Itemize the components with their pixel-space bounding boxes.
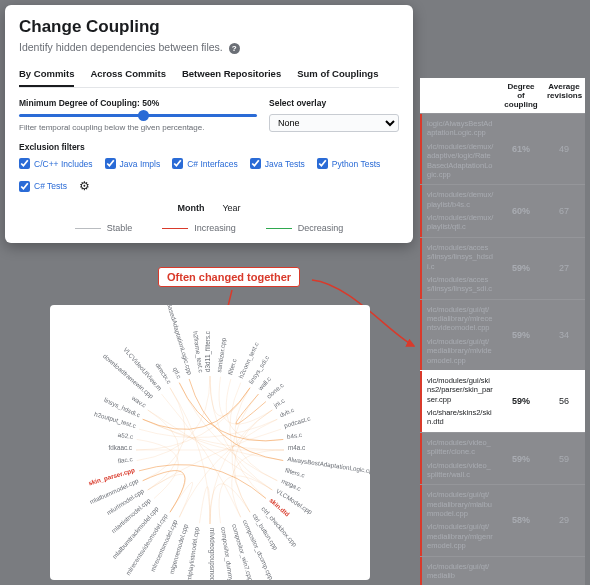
coupling-pct: 59% (499, 238, 543, 299)
avg-rev (543, 557, 585, 586)
filter-python-tests[interactable]: Python Tests (317, 158, 381, 169)
chord-node-label[interactable]: jni.c (272, 397, 287, 410)
overlay-label: Select overlay (269, 98, 399, 108)
chord-node-label[interactable]: b4s.c (286, 431, 302, 440)
chord-node-label[interactable]: a52.c (117, 431, 133, 440)
table-row[interactable]: vlc/modules/gui/skins2/parser/skin_parse… (420, 370, 585, 432)
panel-title: Change Coupling (19, 17, 399, 37)
trend-legend: Stable Increasing Decreasing (19, 223, 399, 233)
chord-node-label[interactable]: filters.c (285, 466, 306, 478)
avg-rev: 49 (543, 114, 585, 184)
table-row[interactable]: vlc/modules/gui/qt/medialib (420, 556, 585, 586)
file-pair: vlc/modules/video_splitter/clone.cvlc/mo… (420, 433, 499, 485)
coupling-pct: 59% (499, 433, 543, 485)
avg-rev: 59 (543, 433, 585, 485)
chord-node-label[interactable]: m4a.c (288, 444, 305, 451)
filter-csharp-interfaces[interactable]: C# Interfaces (172, 158, 238, 169)
file-pair: vlc/modules/gui/qt/medialibrary/mlrecent… (420, 300, 499, 370)
chord-node-label[interactable]: flac.c (117, 455, 133, 464)
chord-node-label[interactable]: mlvideogroupsmodel.cpp (208, 528, 216, 580)
chord-chart[interactable]: d3d11_filters.csanitizer.cppfilter.ch2co… (50, 305, 370, 580)
chord-node-label[interactable]: podcast.c (283, 415, 311, 430)
legend-stable-icon (75, 228, 101, 229)
file-pair: vlc/modules/access/linsys/linsys_hdsdi.c… (420, 238, 499, 299)
coupling-pct: 61% (499, 114, 543, 184)
file-pair: logic/AlwaysBestAdaptationLogic.cppvlc/m… (420, 114, 499, 184)
chord-node-label[interactable]: filter.c (226, 358, 237, 376)
tab-between-repos[interactable]: Between Repositories (182, 68, 281, 87)
help-icon[interactable]: ? (229, 43, 240, 54)
coupling-pct: 59% (499, 371, 543, 432)
avg-rev: 29 (543, 485, 585, 555)
period-year[interactable]: Year (222, 203, 240, 213)
coupling-pct: 58% (499, 485, 543, 555)
gear-icon[interactable]: ⚙ (79, 179, 90, 193)
filter-java-tests[interactable]: Java Tests (250, 158, 305, 169)
tab-across-commits[interactable]: Across Commits (90, 68, 166, 87)
table-row[interactable]: logic/AlwaysBestAdaptationLogic.cppvlc/m… (420, 113, 585, 184)
change-coupling-panel: Change Coupling Identify hidden dependen… (5, 5, 413, 243)
min-degree-slider[interactable] (19, 114, 257, 117)
annotation-label: Often changed together (158, 267, 300, 287)
table-row[interactable]: vlc/modules/video_splitter/clone.cvlc/mo… (420, 432, 585, 485)
min-degree-hint: Filter temporal coupling below the given… (19, 123, 257, 132)
chord-node-label[interactable]: mlplaylistmodel.cpp (185, 526, 201, 580)
tab-sum-couplings[interactable]: Sum of Couplings (297, 68, 378, 87)
avg-rev: 67 (543, 185, 585, 237)
overlay-select[interactable]: None (269, 114, 399, 132)
table-row[interactable]: vlc/modules/gui/qt/medialibrary/mlrecent… (420, 299, 585, 370)
col-revisions[interactable]: Average revisions (543, 78, 585, 113)
table-row[interactable]: vlc/modules/gui/qt/medialibrary/mlalbumm… (420, 484, 585, 555)
min-degree-label: Minimum Degree of Coupling: 50% (19, 98, 257, 108)
table-header: Degree of coupling Average revisions (420, 78, 585, 113)
filter-c-includes[interactable]: C/C++ Includes (19, 158, 93, 169)
chord-node-label[interactable]: fdkaac.c (109, 444, 132, 451)
tab-by-commits[interactable]: By Commits (19, 68, 74, 87)
chord-node-label[interactable]: h2frame_test.c (191, 331, 205, 373)
coupling-pct: 59% (499, 300, 543, 370)
period-toggle: Month Year (19, 203, 399, 213)
coupling-pct (499, 557, 543, 586)
chord-node-label[interactable]: dvb.c (278, 406, 295, 419)
coupling-pct: 60% (499, 185, 543, 237)
coupling-table: Degree of coupling Average revisions log… (420, 78, 585, 585)
chord-node-label[interactable]: sanitizer.cpp (215, 337, 228, 373)
chord-node-label[interactable]: wav.c (130, 394, 148, 409)
avg-rev: 34 (543, 300, 585, 370)
period-month[interactable]: Month (177, 203, 204, 213)
filter-csharp-tests[interactable]: C# Tests (19, 181, 67, 192)
table-row[interactable]: vlc/modules/access/linsys/linsys_hdsdi.c… (420, 237, 585, 299)
slider-thumb-icon[interactable] (138, 110, 149, 121)
filter-java-impls[interactable]: Java Impls (105, 158, 161, 169)
file-pair: vlc/modules/gui/qt/medialib (420, 557, 499, 586)
file-pair: vlc/modules/gui/skins2/parser/skin_parse… (420, 371, 499, 432)
chord-node-label[interactable]: d3d11_filters.c (204, 331, 212, 372)
avg-rev: 27 (543, 238, 585, 299)
file-pair: vlc/modules/gui/qt/medialibrary/mlalbumm… (420, 485, 499, 555)
filters-title: Exclusion filters (19, 142, 399, 152)
table-row[interactable]: vlc/modules/demux/playlist/b4s.cvlc/modu… (420, 184, 585, 237)
file-pair: vlc/modules/demux/playlist/b4s.cvlc/modu… (420, 185, 499, 237)
avg-rev: 56 (543, 371, 585, 432)
panel-subtitle: Identify hidden dependencies between fil… (19, 41, 399, 54)
legend-decreasing-icon (266, 228, 292, 229)
tabs: By Commits Across Commits Between Reposi… (19, 68, 399, 88)
chord-node-label[interactable]: qtl.c (171, 366, 183, 380)
legend-increasing-icon (162, 228, 188, 229)
col-degree[interactable]: Degree of coupling (499, 78, 543, 113)
